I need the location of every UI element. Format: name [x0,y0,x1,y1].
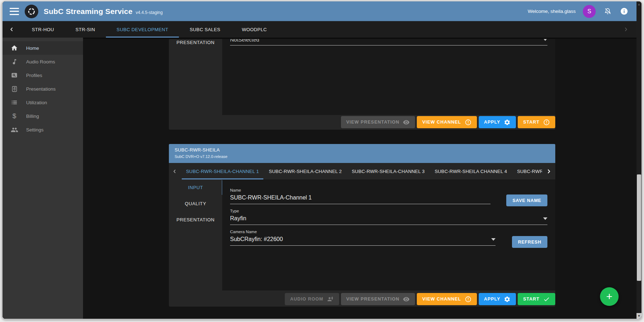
check-icon [543,296,550,303]
view-channel-button[interactable]: VIEW CHANNEL [417,116,477,128]
scroll-up-icon[interactable]: ▲ [636,3,641,6]
sidebar: Home Audio Rooms Profiles [3,38,83,319]
sidebar-item-utilization[interactable]: Utilization [3,96,83,109]
error-icon [465,119,472,126]
tab-channel-5[interactable]: SUBC-RWR-S [512,163,542,179]
aperture-logo [25,5,38,18]
error-icon [543,119,550,126]
voice-person-icon [327,296,334,303]
type-select[interactable]: Type Rayfin [230,209,547,225]
channel-tabs-left-icon[interactable] [169,163,181,179]
sidebar-item-label: Home [26,45,39,51]
eye-icon [403,296,410,303]
presentation-card-buttons: VIEW PRESENTATION VIEW CHANNEL APPLY STA… [222,116,555,128]
sidebar-item-billing[interactable]: $ Billing [3,109,83,123]
view-presentation-button[interactable]: VIEW PRESENTATION [341,293,415,305]
menu-icon[interactable] [10,8,19,15]
sidebar-item-audio-rooms[interactable]: Audio Rooms [3,55,83,68]
name-label: Name [230,188,491,192]
tabs-scroll-left-icon[interactable] [3,21,21,38]
apply-button[interactable]: APPLY [479,293,516,305]
tab-channel-2[interactable]: SUBC-RWR-SHEILA-CHANNEL 2 [264,163,347,179]
music-note-icon [10,58,18,66]
sidebar-item-label: Utilization [26,100,47,105]
sidebar-item-label: Billing [26,114,39,119]
app-window: SubC Streaming Service v4.4.5-staging We… [2,1,642,319]
presentation-panel: NotSelected [222,39,555,115]
apply-button[interactable]: APPLY [479,116,516,128]
side-tab-quality[interactable]: QUALITY [169,196,222,212]
gear-icon [504,119,511,126]
device-subtitle: SubC DVR+O v7.12.0-release [175,154,550,159]
view-presentation-button[interactable]: VIEW PRESENTATION [341,116,415,128]
home-icon [10,44,18,52]
tabs-scroll-right-icon[interactable] [615,21,636,38]
content-area: Home Audio Rooms Profiles [3,38,636,319]
aperture-logo-glyph [27,7,36,16]
side-tab-presentation[interactable]: PRESENTATION [169,212,222,228]
presentation-select-value: NotSelected [230,39,543,43]
add-channel-fab[interactable]: + [600,287,619,306]
eye-icon [403,119,410,126]
name-field[interactable]: Name SUBC-RWR-SHEILA-Channel 1 [230,188,491,204]
page-scrollbar[interactable]: ▲ ▼ [636,1,641,319]
scroll-down-icon[interactable]: ▼ [636,313,641,319]
type-label: Type [230,209,547,213]
tab-woodplc[interactable]: WOODPLC [231,21,278,38]
tab-channel-4[interactable]: SUBC-RWR-SHEILA CHANNEL 4 [430,163,512,179]
welcome-text: Welcome, sheila.glass [528,9,576,14]
app-title: SubC Streaming Service [44,7,132,16]
people-icon [10,126,18,134]
app-bar: SubC Streaming Service v4.4.5-staging We… [3,1,636,21]
sidebar-item-profiles[interactable]: Profiles [3,68,83,82]
plus-icon: + [606,290,613,302]
presentation-select[interactable]: NotSelected [230,39,547,43]
save-name-button[interactable]: SAVE NAME [506,194,547,206]
sidebar-item-presentations[interactable]: Presentations [3,82,83,96]
channel-tabs: SUBC-RWR-SHEILA-CHANNEL 1 SUBC-RWR-SHEIL… [169,163,555,179]
camera-select[interactable]: Camera Name SubCRayfin: #22600 [230,230,496,246]
side-tab-input[interactable]: INPUT [169,179,222,196]
vertical-tab-presentation[interactable]: PRESENTATION [169,40,222,45]
tab-subc-sales[interactable]: SUBC SALES [179,21,231,38]
select-underline [230,45,547,45]
notifications-off-icon[interactable] [603,7,612,16]
tab-str-hou[interactable]: STR-HOU [21,21,65,38]
dollar-icon: $ [10,112,18,120]
sidebar-item-home[interactable]: Home [3,41,83,55]
channel-body: INPUT QUALITY PRESENTATION Name SUBC-RWR… [169,179,555,290]
audio-room-button[interactable]: AUDIO ROOM [285,293,339,305]
tab-subc-development[interactable]: SUBC DEVELOPMENT [106,21,179,38]
view-channel-button[interactable]: VIEW CHANNEL [417,293,477,305]
info-icon[interactable] [619,7,629,16]
dropdown-caret-icon [491,238,496,241]
tab-channel-3[interactable]: SUBC-RWR-SHEILA-CHANNEL 3 [347,163,430,179]
sidebar-item-label: Presentations [26,86,56,92]
channel-card: SUBC-RWR-SHEILA SubC DVR+O v7.12.0-relea… [169,144,555,307]
start-button[interactable]: START [518,116,555,128]
tab-str-sin[interactable]: STR-SIN [65,21,106,38]
sidebar-item-label: Settings [26,127,44,133]
camera-value: SubCRayfin: #22600 [230,236,491,242]
avatar[interactable]: S [583,5,596,18]
camera-label: Camera Name [230,230,496,234]
scrollbar-thumb[interactable] [637,174,641,281]
channel-tabs-right-icon[interactable] [542,163,555,179]
pageview-icon [10,71,18,79]
channel-card-header: SUBC-RWR-SHEILA SubC DVR+O v7.12.0-relea… [169,144,555,163]
gear-icon [504,296,511,303]
org-tab-bar: STR-HOU STR-SIN SUBC DEVELOPMENT SUBC SA… [3,21,636,38]
sidebar-item-settings[interactable]: Settings [3,123,83,136]
type-value: Rayfin [230,215,543,222]
presentation-card: PRESENTATION NotSelected VIEW PRESENTATI… [169,39,555,130]
sidebar-item-label: Audio Rooms [26,59,55,64]
start-button[interactable]: START [518,293,555,305]
name-value[interactable]: SUBC-RWR-SHEILA-Channel 1 [230,194,491,201]
refresh-button[interactable]: REFRESH [512,236,547,248]
channel-card-buttons: AUDIO ROOM VIEW PRESENTATION VIEW CHANNE… [222,293,555,305]
tab-channel-1[interactable]: SUBC-RWR-SHEILA-CHANNEL 1 [181,163,264,179]
app-version: v4.4.5-staging [136,10,162,15]
input-form-panel: Name SUBC-RWR-SHEILA-Channel 1 SAVE NAME… [222,179,555,290]
main-area: PRESENTATION NotSelected VIEW PRESENTATI… [83,38,636,319]
tabbar-shadow [83,38,636,39]
